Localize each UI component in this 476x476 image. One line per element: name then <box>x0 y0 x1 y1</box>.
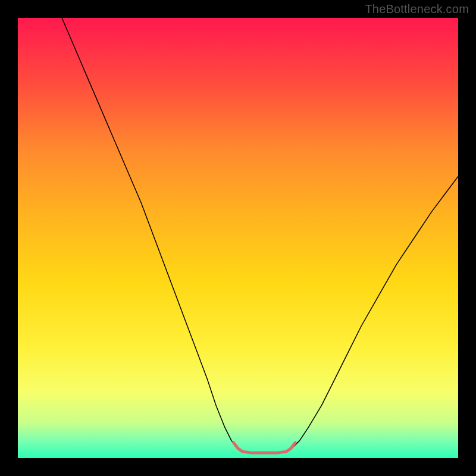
chart-svg <box>18 18 458 458</box>
plot-area <box>18 18 458 458</box>
gradient-background <box>18 18 458 458</box>
chart-frame: TheBottleneck.com <box>0 0 476 476</box>
watermark-text: TheBottleneck.com <box>365 2 469 16</box>
